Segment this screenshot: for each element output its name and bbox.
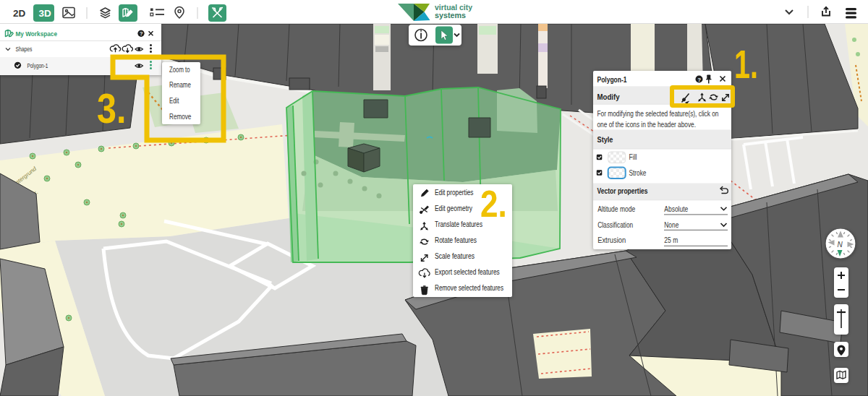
- svg-text:2D: 2D: [13, 8, 26, 19]
- svg-text:Fill: Fill: [629, 152, 637, 161]
- svg-text:For modifying the selected fea: For modifying the selected feature(s), c…: [597, 110, 719, 118]
- svg-text:Export selected features: Export selected features: [435, 268, 500, 276]
- svg-text:Vector properties: Vector properties: [597, 186, 648, 195]
- svg-text:Zoom to: Zoom to: [169, 66, 190, 74]
- svg-text:Edit properties: Edit properties: [435, 189, 474, 197]
- svg-text:Polygon-1: Polygon-1: [27, 61, 48, 69]
- svg-text:Modify: Modify: [597, 92, 620, 101]
- svg-text:Scale features: Scale features: [435, 252, 475, 260]
- svg-text:Classification: Classification: [597, 220, 633, 229]
- svg-text:Rotate features: Rotate features: [435, 236, 477, 244]
- svg-text:My Workspace: My Workspace: [16, 30, 58, 38]
- svg-text:one of the icons in the header: one of the icons in the header above.: [597, 121, 697, 129]
- svg-text:Translate features: Translate features: [435, 220, 482, 228]
- svg-text:Altitude mode: Altitude mode: [597, 205, 635, 213]
- svg-text:Shapes: Shapes: [16, 45, 33, 53]
- svg-text:None: None: [664, 220, 678, 229]
- svg-text:Edit: Edit: [169, 97, 179, 105]
- svg-text:?: ?: [697, 77, 701, 83]
- svg-text:virtual city: virtual city: [435, 3, 473, 12]
- svg-text:systems: systems: [435, 11, 466, 20]
- svg-text:Edit geometry: Edit geometry: [435, 205, 472, 212]
- svg-text:3D: 3D: [39, 8, 52, 19]
- svg-text:N: N: [838, 241, 843, 249]
- svg-text:Stroke: Stroke: [629, 168, 647, 177]
- svg-text:Remove selected features: Remove selected features: [435, 284, 503, 292]
- svg-text:?: ?: [140, 30, 143, 37]
- svg-text:Extrusion: Extrusion: [597, 236, 626, 244]
- svg-text:Remove: Remove: [169, 113, 192, 121]
- svg-text:Absolute: Absolute: [664, 205, 688, 213]
- svg-text:25 m: 25 m: [664, 236, 678, 244]
- svg-text:Style: Style: [597, 135, 613, 144]
- svg-text:Rename: Rename: [169, 81, 191, 89]
- svg-text:Polygon-1: Polygon-1: [597, 75, 627, 84]
